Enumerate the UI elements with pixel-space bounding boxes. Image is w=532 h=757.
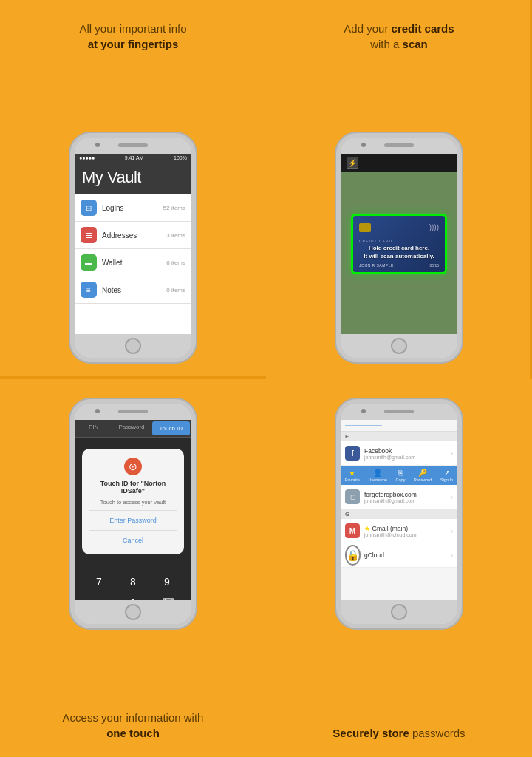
dropbox-email: johnsmith@gmail.com bbox=[364, 498, 451, 503]
tab-password[interactable]: Password bbox=[112, 420, 150, 437]
password-label: Password bbox=[414, 478, 432, 482]
home-button-scan[interactable] bbox=[391, 338, 407, 354]
list-item-dropbox[interactable]: ◻ forgotdropbox.com johnsmith@gmail.com … bbox=[341, 485, 457, 509]
touchid-screen-container: PIN Password Touch ID ⊙ Touch ID for "No… bbox=[75, 420, 191, 600]
card-holder-name: JOHN R SAMPLE bbox=[359, 263, 439, 268]
chevron-right-icon-4: › bbox=[451, 551, 453, 560]
card-expiry: 05/15 bbox=[429, 263, 439, 268]
time-display: 9:41 AM bbox=[125, 155, 144, 160]
list-item[interactable]: ⊟ Logins 52 items bbox=[75, 194, 191, 222]
camera-dot bbox=[95, 143, 100, 147]
addresses-icon: ☰ bbox=[81, 227, 97, 243]
quadrant-vault: All your important info at your fingerti… bbox=[0, 0, 266, 378]
phone-touchid: PIN Password Touch ID ⊙ Touch ID for "No… bbox=[70, 399, 196, 628]
action-username[interactable]: 👤 Username bbox=[368, 469, 386, 482]
chevron-right-icon-2: › bbox=[451, 493, 453, 501]
gmail-name: ★ Gmail (main) bbox=[364, 525, 451, 532]
copy-label: Copy bbox=[396, 478, 406, 482]
star-icon: ★ bbox=[349, 469, 355, 477]
scan-screen: ⚡ )))) CREDIT CARD Hold credit card here… bbox=[341, 154, 457, 334]
speaker-slot bbox=[118, 143, 148, 147]
addresses-count: 3 items bbox=[166, 232, 185, 239]
numpad: 7 8 9 0 ⌫ bbox=[75, 566, 191, 600]
chevron-right-icon-3: › bbox=[451, 527, 453, 535]
action-signin[interactable]: ↗ Sign In bbox=[440, 469, 453, 482]
gcloud-text: gCloud bbox=[364, 551, 451, 559]
vault-header: My Vault bbox=[75, 162, 191, 194]
speaker-slot-scan bbox=[384, 143, 414, 147]
touchid-dialog-subtitle: Touch to access your vault bbox=[100, 499, 166, 506]
quadrant-scan: Add your credit cardswith a scan ⚡ )))) … bbox=[266, 0, 532, 378]
notes-label: Notes bbox=[102, 286, 166, 294]
enter-password-button[interactable]: Enter Password bbox=[109, 515, 157, 526]
speaker-slot-touchid bbox=[118, 410, 148, 413]
gmail-email: johnsmith@icloud.com bbox=[364, 532, 451, 537]
key-9[interactable]: 9 bbox=[150, 571, 184, 592]
dialog-divider2 bbox=[89, 530, 177, 531]
card-chip-icon bbox=[359, 223, 371, 232]
dialog-divider bbox=[89, 510, 177, 511]
addresses-label: Addresses bbox=[102, 231, 166, 240]
key-8[interactable]: 8 bbox=[116, 571, 150, 592]
gcloud-icon-container: 🔒 bbox=[345, 548, 360, 563]
favorite-label: Favorite bbox=[345, 478, 360, 482]
passwords-screen-container: ────────── F f Facebook johnsmith@gmail.… bbox=[341, 420, 457, 600]
action-password[interactable]: 🔑 Password bbox=[414, 469, 432, 482]
action-bar: ★ Favorite 👤 Username ⎘ Copy 🔑 Password bbox=[341, 466, 457, 485]
card-scan-prompt: Hold credit card here.It will scan autom… bbox=[359, 245, 439, 260]
home-button[interactable] bbox=[125, 338, 141, 354]
cancel-button[interactable]: Cancel bbox=[123, 535, 143, 546]
dropbox-text: forgotdropbox.com johnsmith@gmail.com bbox=[364, 491, 451, 503]
list-item-facebook[interactable]: f Facebook johnsmith@gmail.com › bbox=[341, 441, 457, 466]
logins-icon: ⊟ bbox=[81, 200, 97, 216]
wallet-count: 6 items bbox=[166, 259, 185, 266]
touchid-screen: PIN Password Touch ID ⊙ Touch ID for "No… bbox=[75, 420, 191, 600]
tab-pin[interactable]: PIN bbox=[75, 420, 112, 437]
pwlist-header: ────────── bbox=[341, 420, 457, 432]
dropbox-name: forgotdropbox.com bbox=[364, 491, 451, 498]
list-item-gcloud[interactable]: 🔒 gCloud › bbox=[341, 543, 457, 568]
password-icon: 🔑 bbox=[418, 469, 427, 477]
home-button-passwords[interactable] bbox=[391, 604, 407, 620]
action-copy[interactable]: ⎘ Copy bbox=[396, 469, 406, 482]
chevron-right-icon: › bbox=[451, 449, 453, 458]
card-type-label: CREDIT CARD bbox=[359, 239, 439, 243]
caption-vault: All your important info at your fingerti… bbox=[79, 21, 186, 52]
tab-touchid[interactable]: Touch ID bbox=[152, 421, 190, 435]
list-item[interactable]: ≡ Notes 0 items bbox=[75, 276, 191, 304]
list-item[interactable]: ▬ Wallet 6 items bbox=[75, 249, 191, 276]
section-f: F bbox=[341, 432, 457, 441]
phone-top-bar-passwords bbox=[341, 404, 457, 420]
facebook-icon: f bbox=[345, 446, 360, 461]
section-g: G bbox=[341, 509, 457, 519]
camera-dot-scan bbox=[361, 143, 366, 147]
starred-icon: ★ bbox=[364, 525, 372, 532]
list-item-gmail[interactable]: M ★ Gmail (main) johnsmith@icloud.com › bbox=[341, 519, 457, 543]
key-7[interactable]: 7 bbox=[82, 571, 116, 592]
quadrant-touchid: PIN Password Touch ID ⊙ Touch ID for "No… bbox=[0, 378, 266, 757]
fingerprint-icon: ⊙ bbox=[124, 458, 142, 475]
gmail-text: ★ Gmail (main) johnsmith@icloud.com bbox=[364, 525, 451, 537]
facebook-email: johnsmith@gmail.com bbox=[364, 455, 451, 460]
caption-passwords: Securely store passwords bbox=[332, 725, 465, 741]
logins-label: Logins bbox=[102, 204, 163, 212]
gmail-icon: M bbox=[345, 523, 360, 538]
signin-icon: ↗ bbox=[444, 469, 450, 477]
action-favorite[interactable]: ★ Favorite bbox=[345, 469, 360, 482]
phone-bottom-bar-touchid bbox=[75, 600, 191, 624]
phone-scan: ⚡ )))) CREDIT CARD Hold credit card here… bbox=[336, 133, 462, 362]
flash-icon[interactable]: ⚡ bbox=[347, 157, 358, 169]
key-backspace[interactable]: ⌫ bbox=[150, 592, 184, 600]
wallet-label: Wallet bbox=[102, 259, 166, 267]
notes-icon: ≡ bbox=[81, 282, 97, 298]
home-button-touchid[interactable] bbox=[125, 604, 141, 620]
username-label: Username bbox=[368, 478, 386, 482]
phone-bottom-bar bbox=[75, 334, 191, 358]
scan-screen-container: ⚡ )))) CREDIT CARD Hold credit card here… bbox=[341, 154, 457, 334]
card-wifi-icon: )))) bbox=[429, 223, 439, 231]
phone-top-bar-vault bbox=[75, 138, 191, 154]
key-0[interactable]: 0 bbox=[116, 592, 150, 600]
list-item[interactable]: ☰ Addresses 3 items bbox=[75, 222, 191, 249]
quadrant-passwords: ────────── F f Facebook johnsmith@gmail.… bbox=[266, 378, 532, 757]
vault-list: ⊟ Logins 52 items ☰ Addresses 3 items ▬ bbox=[75, 194, 191, 304]
